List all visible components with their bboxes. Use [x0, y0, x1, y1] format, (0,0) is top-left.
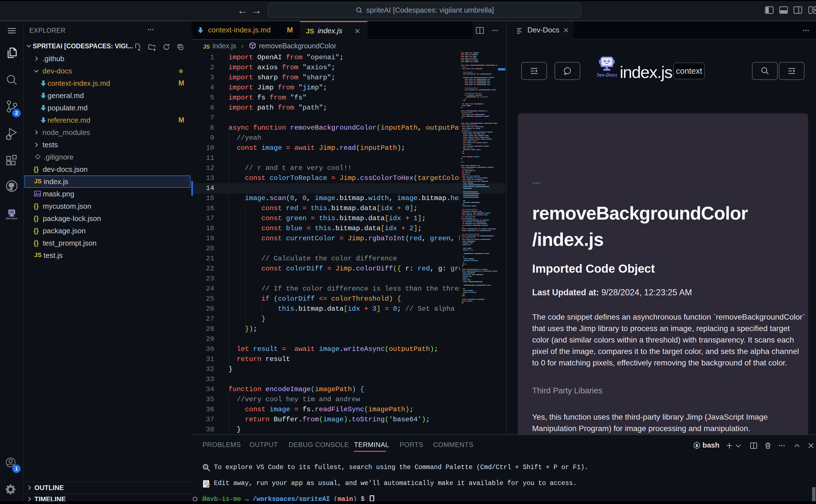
svg-text:Dev-Docs: Dev-Docs	[597, 72, 617, 78]
svg-text:$: $	[696, 444, 698, 448]
